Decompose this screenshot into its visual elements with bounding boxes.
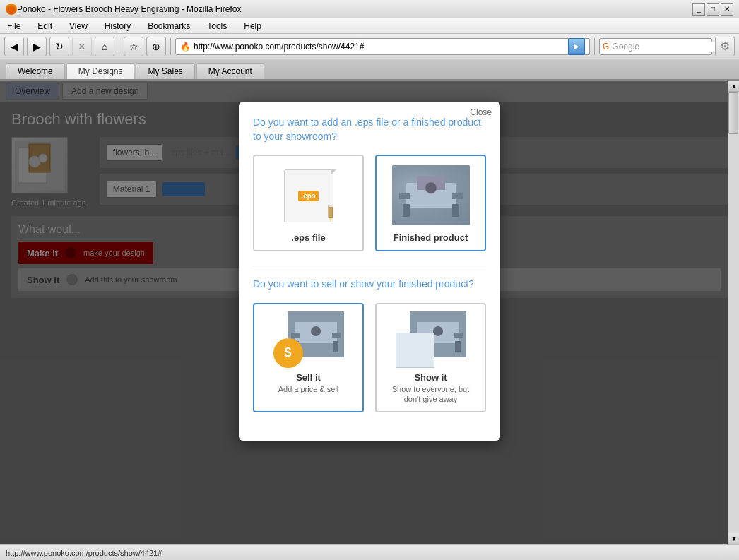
product-photo-graphic	[392, 165, 470, 225]
svg-rect-7	[329, 206, 333, 218]
toolbar: ◀ ▶ ↻ ✕ ⌂ ☆ ⊕ 🔥 http://www.ponoko.com/pr…	[0, 34, 739, 59]
site-nav-tabs: Welcome My Designs My Sales My Account	[0, 59, 739, 81]
url-text: http://www.ponoko.com/products/show/4421…	[194, 42, 565, 52]
svg-rect-14	[399, 193, 410, 199]
menu-help[interactable]: Help	[240, 20, 266, 32]
svg-rect-22	[332, 333, 341, 338]
menu-edit[interactable]: Edit	[33, 20, 57, 32]
tab-my-account[interactable]: My Account	[196, 63, 264, 79]
svg-rect-17	[452, 204, 459, 217]
home-button[interactable]: ⌂	[95, 37, 114, 56]
product-type-options: .eps .eps file	[253, 155, 486, 251]
svg-rect-15	[452, 193, 463, 199]
eps-corner	[331, 169, 336, 175]
scroll-up-arrow[interactable]: ▲	[728, 81, 739, 92]
toolbar-separator-3	[594, 38, 595, 55]
eps-option-label: .eps file	[291, 232, 325, 243]
menu-bar: File Edit View History Bookmarks Tools H…	[0, 18, 739, 34]
product-image-svg	[392, 165, 470, 225]
sell-label: Sell it	[296, 372, 321, 383]
search-input[interactable]	[612, 42, 718, 52]
q1-link-eps: .eps file	[355, 117, 389, 128]
svg-rect-29	[454, 333, 463, 338]
modal-question-1: Do you want to add an .eps file or a fin…	[253, 116, 486, 143]
page-scrollbar: ▲ ▼	[728, 81, 739, 544]
browser-icon	[6, 4, 17, 15]
forward-button[interactable]: ▶	[27, 37, 47, 56]
new-tab-button[interactable]: ⊕	[146, 37, 166, 56]
maximize-button[interactable]: □	[707, 3, 719, 16]
menu-history[interactable]: History	[100, 20, 135, 32]
svg-point-13	[425, 182, 437, 193]
modal-dialog: Close Do you want to add an .eps file or…	[239, 102, 500, 441]
status-bar: http://www.ponoko.com/products/show/4421…	[0, 544, 739, 560]
scroll-track[interactable]	[728, 92, 739, 533]
sell-sublabel: Add a price & sell	[278, 384, 339, 394]
content-area: Overview Add a new design Brooch with fl…	[0, 81, 739, 544]
q1-or: or a	[389, 117, 411, 128]
menu-bookmarks[interactable]: Bookmarks	[143, 20, 194, 32]
svg-rect-9	[329, 205, 333, 207]
go-button[interactable]: ▶	[568, 38, 585, 55]
finished-product-label: Finished product	[394, 232, 468, 243]
search-box[interactable]: G 🔍	[599, 38, 712, 55]
stop-button[interactable]: ✕	[72, 37, 92, 56]
sell-icon: $	[273, 311, 344, 368]
show-sublabel: Show to everyone, but don't give away	[384, 384, 478, 405]
menu-file[interactable]: File	[3, 20, 25, 32]
section-divider	[253, 266, 486, 266]
svg-rect-21	[291, 333, 300, 338]
scroll-down-arrow[interactable]: ▼	[728, 533, 739, 544]
minimize-button[interactable]: _	[692, 3, 705, 16]
price-tag-icon: $	[273, 338, 303, 368]
q1-link-finished: finished product	[411, 117, 481, 128]
close-button[interactable]: ✕	[721, 3, 733, 16]
modal-close-button[interactable]: Close	[470, 107, 492, 117]
eps-file-icon: .eps	[277, 167, 341, 223]
browser-window: Ponoko - Flowers Brooch Heavy Engraving …	[0, 0, 739, 560]
finished-product-option-icon	[392, 163, 470, 227]
show-paper-graphic	[396, 333, 434, 368]
status-url: http://www.ponoko.com/products/show/4421…	[6, 549, 162, 557]
pencil-icon	[324, 205, 338, 222]
q1-plain: Do you want to add an	[253, 117, 355, 128]
svg-point-27	[433, 326, 443, 336]
modal-overlay: Close Do you want to add an .eps file or…	[0, 81, 739, 544]
settings-button[interactable]: ⚙	[715, 37, 735, 56]
toolbar-separator-2	[170, 38, 171, 55]
show-label: Show it	[414, 372, 447, 383]
window-controls: _ □ ✕	[692, 3, 733, 16]
svg-rect-16	[403, 204, 410, 217]
svg-point-20	[311, 326, 321, 336]
eps-badge: .eps	[298, 191, 318, 201]
show-option-card[interactable]: Show it Show to everyone, but don't give…	[375, 303, 486, 413]
q1-end: to your showroom?	[253, 131, 337, 142]
show-icon	[396, 311, 466, 368]
eps-option-card[interactable]: .eps .eps file	[253, 155, 364, 251]
address-bar[interactable]: 🔥 http://www.ponoko.com/products/show/44…	[175, 38, 590, 55]
sell-show-options: $ Sell it Add a price & sell	[253, 303, 486, 413]
title-bar: Ponoko - Flowers Brooch Heavy Engraving …	[0, 0, 739, 18]
reload-button[interactable]: ↻	[49, 37, 69, 56]
bookmark-button[interactable]: ☆	[124, 37, 143, 56]
back-button[interactable]: ◀	[4, 37, 24, 56]
svg-rect-31	[455, 341, 461, 352]
tab-my-designs[interactable]: My Designs	[66, 63, 135, 79]
menu-tools[interactable]: Tools	[203, 20, 231, 32]
google-icon: G	[603, 42, 609, 52]
address-favicon: 🔥	[180, 42, 191, 52]
tab-my-sales[interactable]: My Sales	[136, 63, 194, 79]
svg-rect-24	[333, 341, 338, 352]
toolbar-separator	[119, 38, 119, 55]
tab-welcome[interactable]: Welcome	[6, 63, 65, 79]
sell-option-card[interactable]: $ Sell it Add a price & sell	[253, 303, 364, 413]
browser-title: Ponoko - Flowers Brooch Heavy Engraving …	[17, 4, 692, 14]
svg-marker-8	[329, 218, 333, 222]
scroll-thumb[interactable]	[728, 92, 738, 134]
finished-product-option-card[interactable]: Finished product	[375, 155, 486, 251]
eps-option-icon: .eps	[270, 163, 348, 227]
menu-view[interactable]: View	[65, 20, 92, 32]
modal-question-2: Do you want to sell or show your finishe…	[253, 278, 486, 292]
